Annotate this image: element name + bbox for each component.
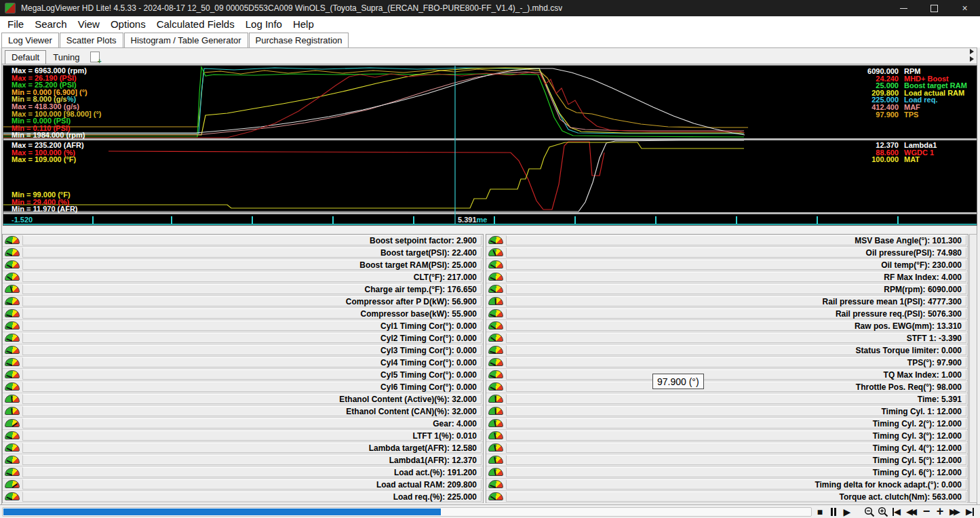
menu-options[interactable]: Options xyxy=(105,18,151,30)
gauge-needle xyxy=(11,396,13,402)
skip-end-button[interactable]: ▶ xyxy=(963,505,977,518)
menu-calculated-fields[interactable]: Calculated Fields xyxy=(151,18,240,30)
gauge-label: Timing Cyl. 4(°): 12.000 xyxy=(506,443,966,453)
gauge-needle xyxy=(6,326,12,330)
gauge-row-cyl3-timing-cor[interactable]: Cyl3 Timing Cor(°): 0.000 xyxy=(3,344,483,357)
gauge-row-cyl4-timing-cor[interactable]: Cyl4 Timing Cor(°): 0.000 xyxy=(3,357,483,369)
gauge-row-timing-cyl-3[interactable]: Timing Cyl. 3(°): 12.000 xyxy=(486,430,968,442)
gauge-row-timing-cyl-6[interactable]: Timing Cyl. 6(°): 12.000 xyxy=(486,466,968,479)
menu-help[interactable]: Help xyxy=(288,18,319,30)
gauge-row-compressor-base-kw[interactable]: Compressor base(kW): 55.900 xyxy=(3,308,483,320)
gauge-row-lambda-target-afr[interactable]: Lambda target(AFR): 12.580 xyxy=(3,442,483,454)
tab-scatter-plots[interactable]: Scatter Plots xyxy=(60,33,123,47)
gauge-icon xyxy=(5,419,20,427)
gauge-row-timing-cyl-2[interactable]: Timing Cyl. 2(°): 12.000 xyxy=(486,418,968,430)
gauge-row-rail-pressure-req-psi[interactable]: Rail pressure req.(PSI): 5076.300 xyxy=(486,308,968,320)
view-tab-tuning[interactable]: Tuning xyxy=(47,51,85,64)
gauge-row-rf-max-index[interactable]: RF Max Index: 4.000 xyxy=(486,271,968,283)
gauge-row-rail-pressure-mean-1-psi[interactable]: Rail pressure mean 1(PSI): 4777.300 xyxy=(486,296,968,308)
scrollbar-thumb[interactable] xyxy=(3,509,441,515)
gauge-row-raw-pos-ewg-mm[interactable]: Raw pos. EWG(mm): 13.310 xyxy=(486,320,968,332)
close-button[interactable]: × xyxy=(949,0,980,16)
minimize-button[interactable] xyxy=(888,0,919,16)
gauge-row-boost-target-ram-psi[interactable]: Boost target RAM(PSI): 25.000 xyxy=(3,259,483,271)
gauge-icon xyxy=(5,382,20,391)
gauge-needle xyxy=(494,433,496,439)
gauge-row-status-torque-limiter[interactable]: Status Torque limiter: 0.000 xyxy=(486,344,968,357)
gauge-row-oil-temp-f[interactable]: Oil temp(°F): 230.000 xyxy=(486,259,968,271)
gauge-row-load-req[interactable]: Load req.(%): 225.000 xyxy=(3,491,483,503)
gauge-row-ltft-1[interactable]: LTFT 1(%): 0.010 xyxy=(3,430,483,442)
tab-purchase-registration[interactable]: Purchase Registration xyxy=(249,33,349,47)
gauge-row-boost-target-psi[interactable]: Boost target(PSI): 22.400 xyxy=(3,247,483,259)
gauge-scrollbar[interactable] xyxy=(969,234,977,503)
new-view-icon[interactable] xyxy=(90,52,100,62)
gauge-row-tps[interactable]: TPS(°): 97.900 xyxy=(486,357,968,369)
gauge-needle xyxy=(490,314,496,317)
gauge-icon xyxy=(488,480,503,488)
tab-log-viewer[interactable]: Log Viewer xyxy=(1,33,59,47)
rewind-button[interactable]: ◀◀ xyxy=(903,505,920,518)
log-graph[interactable]: Max = 6963.000 (rpm)Max = 26.190 (PSI)Ma… xyxy=(3,65,977,226)
tab-histogram-table-generator[interactable]: Histogram / Table Generator xyxy=(124,33,248,47)
gauge-row-cyl1-timing-cor[interactable]: Cyl1 Timing Cor(°): 0.000 xyxy=(3,320,483,332)
gauge-row-timing-cyl-4[interactable]: Timing Cyl. 4(°): 12.000 xyxy=(486,442,968,454)
gauge-row-load-actual-ram[interactable]: Load actual RAM: 209.800 xyxy=(3,479,483,491)
gauge-row-tq-max-index[interactable]: TQ Max Index: 1.000 xyxy=(486,369,968,381)
gauge-row-stft-1[interactable]: STFT 1: -3.390 xyxy=(486,332,968,344)
skip-start-button[interactable]: ◀ xyxy=(890,505,903,518)
gauge-row-torque-act-clutch-nm[interactable]: Torque act. clutch(Nm): 563.000 xyxy=(486,491,968,503)
gauge-row-charge-air-temp-f[interactable]: Charge air temp.(°F): 176.650 xyxy=(3,283,483,296)
gauge-label: Ethanol Content (CAN)(%): 32.000 xyxy=(22,406,482,416)
pane2-legend-row-value: 100.000 xyxy=(850,156,899,163)
menu-log-info[interactable]: Log Info xyxy=(240,18,288,30)
gauge-row-gear[interactable]: Gear: 4.000 xyxy=(3,418,483,430)
pane1-legend-row-label: TPS xyxy=(904,111,918,119)
gauge-row-time[interactable]: Time: 5.391 xyxy=(486,393,968,405)
gauge-row-cyl5-timing-cor[interactable]: Cyl5 Timing Cor(°): 0.000 xyxy=(3,369,483,381)
gauge-label: STFT 1: -3.390 xyxy=(506,333,966,343)
gauge-needle xyxy=(6,496,12,500)
gauge-row-msv-base-angle[interactable]: MSV Base Angle(°): 101.300 xyxy=(486,235,968,247)
gauge-label: Torque act. clutch(Nm): 563.000 xyxy=(506,492,966,502)
zoom-in-button[interactable] xyxy=(876,505,890,518)
menu-search[interactable]: Search xyxy=(29,18,73,30)
gauge-label: Cyl1 Timing Cor(°): 0.000 xyxy=(22,321,482,331)
gauge-row-ethanol-content-can[interactable]: Ethanol Content (CAN)(%): 32.000 xyxy=(3,405,483,418)
gauge-row-lambda1-afr[interactable]: Lambda1(AFR): 12.370 xyxy=(3,454,483,466)
gauge-row-boost-setpoint-factor[interactable]: Boost setpoint factor: 2.900 xyxy=(3,235,483,247)
log-graph-canvas[interactable] xyxy=(3,66,977,225)
gauge-row-timing-delta-for-knock-adapt[interactable]: Timing delta for knock adapt.(°): 0.000 xyxy=(486,479,968,491)
gauge-label: Load act.(%): 191.200 xyxy=(22,467,482,477)
tab-scroll-arrows[interactable] xyxy=(970,49,974,64)
gauge-row-load-act[interactable]: Load act.(%): 191.200 xyxy=(3,466,483,479)
gauge-needle xyxy=(490,277,496,280)
gauge-row-oil-pressure-psi[interactable]: Oil pressure(PSI): 74.980 xyxy=(486,247,968,259)
step-forward-button[interactable]: + xyxy=(933,505,947,518)
menu-view[interactable]: View xyxy=(73,18,105,30)
maximize-button[interactable] xyxy=(919,0,949,16)
gauge-row-compressor-after-p-d-kw[interactable]: Compressor after P D(kW): 56.900 xyxy=(3,296,483,308)
step-back-button[interactable]: − xyxy=(920,505,933,518)
gauge-row-clt-f[interactable]: CLT(°F): 217.000 xyxy=(3,271,483,283)
play-button[interactable]: ▶ xyxy=(840,505,854,518)
gauge-needle xyxy=(6,241,12,244)
stop-button[interactable]: ■ xyxy=(813,505,827,518)
view-tab-default[interactable]: Default xyxy=(5,50,46,64)
gauge-row-rpm-rpm[interactable]: RPM(rpm): 6090.000 xyxy=(486,283,968,296)
fast-forward-button[interactable]: ▶▶ xyxy=(947,505,963,518)
gauge-row-timing-cyl-5[interactable]: Timing Cyl. 5(°): 12.000 xyxy=(486,454,968,466)
menu-file[interactable]: File xyxy=(2,18,29,30)
gauge-row-ethanol-content-active[interactable]: Ethanol Content (Active)(%): 32.000 xyxy=(3,393,483,405)
zoom-out-button[interactable] xyxy=(863,505,876,518)
pause-button[interactable] xyxy=(827,505,840,518)
gauge-row-cyl2-timing-cor[interactable]: Cyl2 Timing Cor(°): 0.000 xyxy=(3,332,483,344)
gauge-needle xyxy=(495,298,496,304)
gauge-row-timing-cyl-1[interactable]: Timing Cyl. 1: 12.000 xyxy=(486,405,968,418)
gauge-icon xyxy=(5,395,20,403)
gauge-label: Timing Cyl. 1: 12.000 xyxy=(506,406,966,416)
gauge-row-throttle-pos-req[interactable]: Throttle Pos. Req(°): 98.000 xyxy=(486,381,968,393)
gauge-row-cyl6-timing-cor[interactable]: Cyl6 Timing Cor(°): 0.000 xyxy=(3,381,483,393)
log-position-scrollbar[interactable] xyxy=(2,507,812,517)
gauge-icon xyxy=(5,248,20,256)
